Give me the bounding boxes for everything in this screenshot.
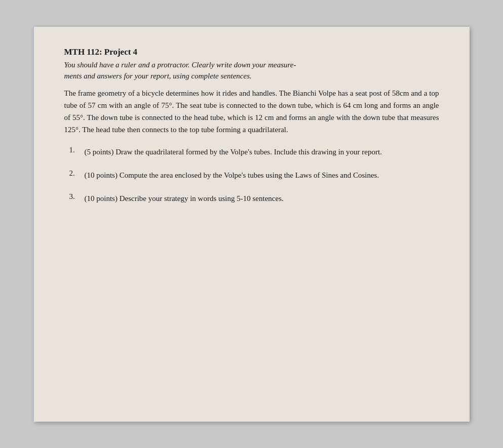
questions-list: 1.(5 points) Draw the quadrilateral form… bbox=[64, 146, 439, 205]
document-page: MTH 112: Project 4 You should have a rul… bbox=[34, 27, 470, 422]
body-paragraph: The frame geometry of a bicycle determin… bbox=[64, 87, 439, 136]
question-item-2: 2.(10 points) Compute the area enclosed … bbox=[69, 169, 439, 181]
subtitle-line1: You should have a ruler and a protractor… bbox=[64, 61, 296, 69]
document-title: MTH 112: Project 4 bbox=[64, 47, 439, 57]
subtitle-line2: ments and answers for your report, using… bbox=[64, 72, 252, 80]
question-text-3: (10 points) Describe your strategy in wo… bbox=[85, 192, 284, 205]
document-subtitle: You should have a ruler and a protractor… bbox=[64, 59, 439, 82]
question-number-2: 2. bbox=[69, 169, 85, 178]
question-number-1: 1. bbox=[69, 146, 85, 154]
question-item-1: 1.(5 points) Draw the quadrilateral form… bbox=[69, 146, 439, 158]
question-text-1: (5 points) Draw the quadrilateral formed… bbox=[85, 146, 382, 158]
question-item-3: 3.(10 points) Describe your strategy in … bbox=[69, 192, 439, 205]
question-number-3: 3. bbox=[69, 192, 85, 201]
question-text-2: (10 points) Compute the area enclosed by… bbox=[85, 169, 379, 181]
